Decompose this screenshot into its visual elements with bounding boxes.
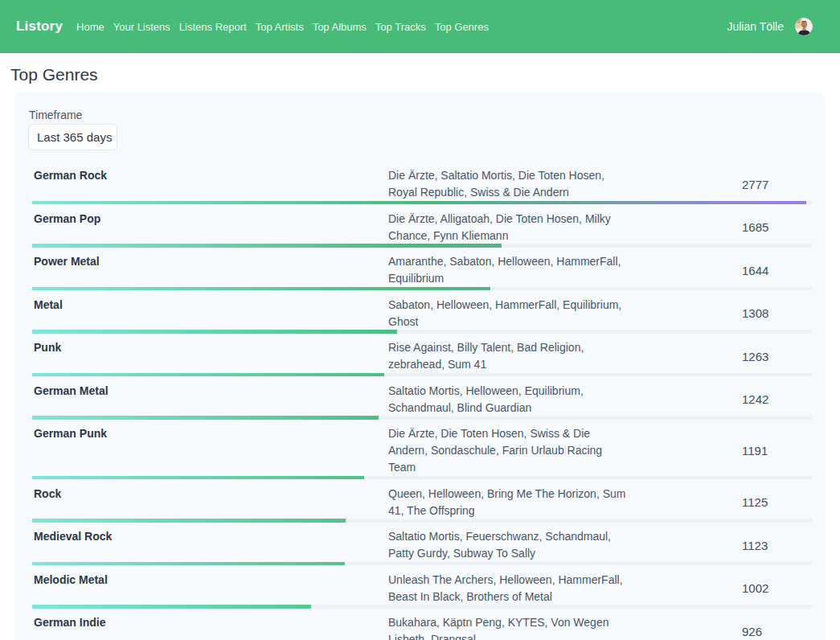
navbar: Listory HomeYour ListensListens ReportTo…	[0, 0, 840, 53]
genre-row-content: Medieval RockSaltatio Mortis, Feuerschwa…	[32, 528, 812, 562]
progress-bar	[32, 416, 812, 420]
genre-row-german-indie: German IndieBukahara, Käptn Peng, KYTES,…	[32, 614, 812, 640]
page-title: Top Genres	[10, 64, 840, 85]
nav-link-top-genres[interactable]: Top Genres	[435, 21, 489, 33]
genre-row-content: PunkRise Against, Billy Talent, Bad Reli…	[32, 339, 812, 373]
progress-bar	[32, 287, 812, 291]
genre-row-power-metal: Power MetalAmaranthe, Sabaton, Helloween…	[32, 253, 812, 290]
progress-bar-track-rest	[379, 416, 812, 420]
progress-bar	[32, 605, 812, 609]
listen-count: 1191	[740, 442, 812, 459]
genre-row-content: German RockDie Ärzte, Saltatio Mortis, D…	[32, 167, 812, 201]
progress-bar-track-rest	[397, 330, 812, 334]
progress-bar-track-rest	[311, 605, 812, 609]
timeframe-select[interactable]: Last 365 days	[28, 124, 117, 150]
genre-name: German Metal	[32, 383, 387, 400]
genre-name: German Indie	[32, 614, 387, 631]
artist-list: Sabaton, Helloween, HammerFall, Equilibr…	[387, 297, 740, 330]
listen-count: 1263	[740, 348, 812, 365]
progress-bar-track-rest	[384, 373, 812, 377]
genre-name: German Pop	[32, 211, 387, 228]
nav-link-top-albums[interactable]: Top Albums	[313, 21, 367, 33]
progress-bar	[32, 201, 812, 205]
genre-name: Power Metal	[32, 253, 387, 270]
timeframe-label: Timeframe	[29, 107, 812, 123]
artist-list: Unleash The Archers, Helloween, HammerFa…	[387, 572, 740, 605]
genre-name: Punk	[32, 339, 387, 356]
progress-bar-track-rest	[345, 562, 812, 566]
progress-bar	[32, 519, 812, 523]
genre-name: German Punk	[32, 425, 387, 442]
artist-list: Saltatio Mortis, Feuerschwanz, Schandmau…	[387, 528, 740, 562]
nav-link-your-listens[interactable]: Your Listens	[113, 21, 170, 33]
genre-row-melodic-metal: Melodic MetalUnleash The Archers, Hellow…	[32, 572, 812, 609]
genre-row-german-rock: German RockDie Ärzte, Saltatio Mortis, D…	[32, 167, 812, 204]
genre-row-german-pop: German PopDie Ärzte, Alligatoah, Die Tot…	[32, 211, 812, 248]
genre-row-content: German MetalSaltatio Mortis, Helloween, …	[32, 383, 812, 416]
genre-row-content: MetalSabaton, Helloween, HammerFall, Equ…	[32, 297, 812, 330]
progress-bar-track-rest	[502, 244, 812, 248]
genre-row-metal: MetalSabaton, Helloween, HammerFall, Equ…	[32, 297, 812, 334]
genre-row-punk: PunkRise Against, Billy Talent, Bad Reli…	[32, 339, 812, 376]
artist-list: Die Ärzte, Alligatoah, Die Toten Hosen, …	[387, 211, 740, 244]
nav-link-listens-report[interactable]: Listens Report	[179, 21, 247, 33]
genre-row-medieval-rock: Medieval RockSaltatio Mortis, Feuerschwa…	[32, 528, 812, 565]
progress-bar	[32, 562, 812, 566]
genre-row-german-punk: German PunkDie Ärzte, Die Toten Hosen, S…	[32, 425, 812, 479]
avatar-photo	[795, 18, 813, 35]
artist-list: Queen, Helloween, Bring Me The Horizon, …	[387, 486, 740, 519]
avatar[interactable]	[795, 18, 813, 35]
genre-rows: German RockDie Ärzte, Saltatio Mortis, D…	[32, 167, 812, 640]
artist-list: Bukahara, Käptn Peng, KYTES, Von Wegen L…	[387, 614, 740, 640]
artist-list: Rise Against, Billy Talent, Bad Religion…	[387, 339, 740, 373]
listen-count: 1308	[740, 305, 812, 322]
genre-row-content: Power MetalAmaranthe, Sabaton, Helloween…	[32, 253, 812, 287]
genre-row-content: RockQueen, Helloween, Bring Me The Horiz…	[32, 486, 812, 519]
genre-row-german-metal: German MetalSaltatio Mortis, Helloween, …	[32, 383, 812, 420]
nav-link-home[interactable]: Home	[76, 21, 104, 33]
brand-logo[interactable]: Listory	[16, 18, 63, 35]
genre-name: Melodic Metal	[32, 572, 387, 589]
genre-row-content: German PopDie Ärzte, Alligatoah, Die Tot…	[32, 211, 812, 244]
listen-count: 2777	[740, 176, 812, 193]
top-genres-card: Timeframe Last 365 days German RockDie Ä…	[15, 92, 825, 640]
timeframe-value: Last 365 days	[37, 130, 112, 144]
listen-count: 1125	[740, 494, 812, 511]
listen-count: 1644	[740, 262, 812, 279]
nav-links: HomeYour ListensListens ReportTop Artist…	[76, 21, 489, 33]
listen-count: 1002	[740, 580, 812, 597]
genre-row-content: German PunkDie Ärzte, Die Toten Hosen, S…	[32, 425, 812, 476]
listen-count: 926	[740, 623, 812, 640]
listen-count: 1242	[740, 391, 812, 408]
progress-bar-track-rest	[490, 287, 812, 291]
progress-bar-track-rest	[364, 476, 812, 480]
progress-bar	[32, 244, 812, 248]
genre-name: German Rock	[32, 167, 387, 184]
nav-link-top-tracks[interactable]: Top Tracks	[375, 21, 426, 33]
genre-row-rock: RockQueen, Helloween, Bring Me The Horiz…	[32, 486, 812, 523]
listen-count: 1685	[740, 219, 812, 236]
progress-bar-track-rest	[346, 519, 812, 523]
artist-list: Die Ärzte, Saltatio Mortis, Die Toten Ho…	[387, 167, 740, 201]
genre-row-content: German IndieBukahara, Käptn Peng, KYTES,…	[32, 614, 812, 640]
user-menu[interactable]: Julian Tölle	[727, 20, 784, 33]
genre-name: Metal	[32, 297, 387, 314]
progress-bar-track-rest	[806, 201, 812, 205]
artist-list: Amaranthe, Sabaton, Helloween, HammerFal…	[387, 253, 740, 287]
progress-bar	[32, 373, 812, 377]
nav-link-top-artists[interactable]: Top Artists	[256, 21, 304, 33]
genre-row-content: Melodic MetalUnleash The Archers, Hellow…	[32, 572, 812, 605]
artist-list: Die Ärzte, Die Toten Hosen, Swiss & Die …	[387, 425, 740, 476]
progress-bar	[32, 476, 812, 480]
listen-count: 1123	[740, 537, 812, 554]
artist-list: Saltatio Mortis, Helloween, Equilibrium,…	[387, 383, 740, 416]
genre-name: Medieval Rock	[32, 528, 387, 545]
genre-name: Rock	[32, 486, 387, 503]
progress-bar	[32, 330, 812, 334]
